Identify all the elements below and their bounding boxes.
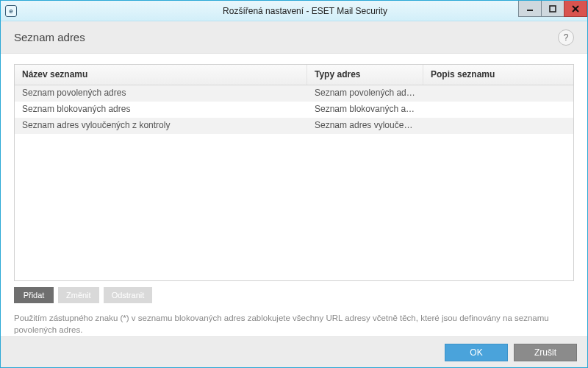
section-header: Seznam adres ? (1, 21, 587, 54)
add-button[interactable]: Přidat (14, 287, 54, 303)
table-rows: Seznam povolených adres Seznam povolenýc… (15, 85, 573, 280)
cell-types: Seznam adres vyloučený... (307, 118, 423, 134)
close-button[interactable] (564, 1, 587, 17)
column-header-name[interactable]: Název seznamu (15, 65, 307, 85)
close-icon (572, 5, 579, 13)
hint-text: Použitím zástupného znaku (*) v seznamu … (14, 312, 574, 336)
section-title: Seznam adres (14, 31, 85, 43)
dialog-body: Název seznamu Typy adres Popis seznamu S… (1, 54, 587, 336)
cell-name: Seznam blokovaných adres (15, 102, 307, 118)
help-button[interactable]: ? (558, 29, 574, 46)
dialog-footer: OK Zrušit (1, 336, 587, 367)
action-button-row: Přidat Změnit Odstranit (14, 287, 574, 303)
window-title: Rozšířená nastavení - ESET Mail Security (23, 6, 587, 16)
titlebar[interactable]: e Rozšířená nastavení - ESET Mail Securi… (1, 1, 587, 21)
column-header-types[interactable]: Typy adres (307, 65, 423, 85)
maximize-icon (549, 5, 556, 13)
cell-name: Seznam povolených adres (15, 85, 307, 102)
ok-button[interactable]: OK (445, 344, 508, 361)
cell-desc (423, 118, 573, 134)
minimize-button[interactable] (518, 1, 542, 17)
remove-button[interactable]: Odstranit (104, 287, 153, 303)
cell-desc (423, 102, 573, 118)
help-icon: ? (564, 32, 569, 43)
cell-types: Seznam blokovaných ad... (307, 102, 423, 118)
maximize-button[interactable] (541, 1, 564, 17)
cancel-button[interactable]: Zrušit (514, 344, 577, 361)
column-header-desc[interactable]: Popis seznamu (423, 65, 573, 85)
edit-button[interactable]: Změnit (58, 287, 99, 303)
svg-rect-1 (550, 6, 556, 12)
table-row[interactable]: Seznam adres vyloučených z kontroly Sezn… (15, 118, 573, 134)
table-header-row: Název seznamu Typy adres Popis seznamu (15, 65, 573, 85)
minimize-icon (526, 5, 534, 13)
cell-types: Seznam povolených adres (307, 85, 423, 102)
address-list-table: Název seznamu Typy adres Popis seznamu S… (14, 64, 574, 281)
window-controls (519, 1, 587, 17)
app-icon: e (5, 5, 17, 17)
dialog-window: e Rozšířená nastavení - ESET Mail Securi… (0, 0, 588, 368)
cell-desc (423, 85, 573, 102)
table-row[interactable]: Seznam blokovaných adres Seznam blokovan… (15, 102, 573, 118)
cell-name: Seznam adres vyloučených z kontroly (15, 118, 307, 134)
table-row[interactable]: Seznam povolených adres Seznam povolenýc… (15, 85, 573, 102)
